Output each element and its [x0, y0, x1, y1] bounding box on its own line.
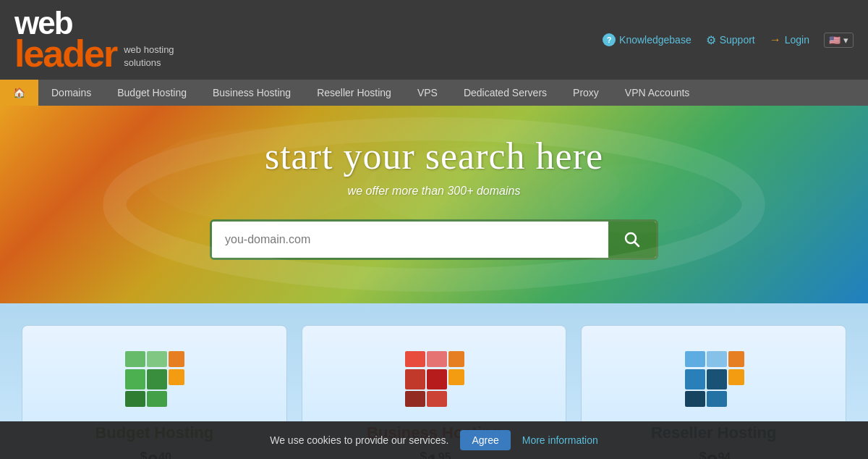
- svg-rect-16: [427, 351, 447, 367]
- business-hosting-icon: [401, 348, 467, 413]
- svg-rect-8: [147, 351, 167, 367]
- login-label: Login: [785, 34, 809, 46]
- svg-rect-23: [685, 351, 705, 367]
- svg-rect-10: [125, 391, 145, 407]
- logo-leader: leader: [14, 35, 116, 72]
- svg-rect-13: [169, 369, 184, 385]
- home-icon: 🏠: [13, 87, 25, 98]
- knowledgebase-icon: ?: [603, 33, 616, 46]
- support-label: Support: [720, 34, 755, 46]
- svg-rect-28: [728, 351, 744, 367]
- login-icon: →: [770, 33, 781, 46]
- svg-rect-20: [448, 351, 464, 367]
- logo-subtitle-line1: web hosting: [124, 43, 174, 56]
- main-nav: 🏠 Domains Budget Hosting Business Hostin…: [0, 80, 868, 106]
- logo-subtitle: web hosting solutions: [124, 43, 174, 70]
- support-icon: ⚙: [706, 33, 716, 47]
- svg-point-3: [550, 164, 725, 233]
- nav-item-home[interactable]: 🏠: [0, 80, 38, 106]
- svg-rect-17: [427, 369, 447, 389]
- nav-label-reseller: Reseller Hosting: [317, 87, 391, 98]
- svg-rect-29: [728, 369, 744, 385]
- nav-label-proxy: Proxy: [573, 87, 599, 98]
- svg-rect-12: [169, 351, 184, 367]
- login-link[interactable]: → Login: [770, 33, 809, 46]
- nav-label-vpn: VPN Accounts: [625, 87, 690, 98]
- svg-point-1: [144, 129, 376, 222]
- nav-item-business-hosting[interactable]: Business Hosting: [200, 80, 304, 106]
- logo-area: web leader web hosting solutions: [14, 7, 174, 72]
- nav-item-vpn[interactable]: VPN Accounts: [612, 80, 703, 106]
- nav-item-budget-hosting[interactable]: Budget Hosting: [104, 80, 200, 106]
- nav-label-business: Business Hosting: [213, 87, 291, 98]
- svg-rect-18: [405, 391, 425, 407]
- knowledgebase-label: Knowledgebase: [619, 34, 692, 46]
- cookie-message: We use cookies to provide our services.: [270, 434, 448, 446]
- svg-rect-24: [707, 351, 727, 367]
- language-selector[interactable]: 🇺🇸 ▾: [824, 33, 854, 48]
- logo-subtitle-line2: solutions: [124, 56, 174, 70]
- knowledgebase-link[interactable]: ? Knowledgebase: [603, 33, 692, 46]
- svg-rect-19: [427, 391, 447, 407]
- reseller-hosting-icon: [681, 348, 746, 413]
- hero-section: start your search here we offer more tha…: [0, 106, 868, 303]
- svg-rect-11: [147, 391, 167, 407]
- svg-rect-9: [147, 369, 167, 389]
- svg-rect-6: [125, 369, 145, 389]
- svg-rect-27: [707, 391, 727, 407]
- flag-icon: 🇺🇸: [829, 35, 841, 46]
- nav-item-reseller-hosting[interactable]: Reseller Hosting: [304, 80, 404, 106]
- nav-item-domains[interactable]: Domains: [38, 80, 104, 106]
- nav-label-dedicated: Dedicated Servers: [464, 87, 547, 98]
- nav-item-proxy[interactable]: Proxy: [560, 80, 612, 106]
- nav-label-domains: Domains: [51, 87, 91, 98]
- svg-rect-7: [125, 351, 145, 367]
- header-right: ? Knowledgebase ⚙ Support → Login 🇺🇸 ▾: [603, 33, 854, 48]
- cookie-bar: We use cookies to provide our services. …: [0, 421, 868, 459]
- nav-item-dedicated[interactable]: Dedicated Servers: [451, 80, 560, 106]
- svg-rect-22: [685, 369, 705, 389]
- nav-label-budget: Budget Hosting: [117, 87, 187, 98]
- svg-rect-21: [448, 369, 464, 385]
- budget-hosting-icon: [122, 348, 187, 413]
- svg-rect-26: [685, 391, 705, 407]
- header: web leader web hosting solutions ? Knowl…: [0, 0, 868, 80]
- svg-rect-15: [405, 351, 425, 367]
- cookie-agree-button[interactable]: Agree: [460, 430, 510, 450]
- dropdown-arrow: ▾: [843, 35, 848, 46]
- cookie-more-link[interactable]: More information: [522, 434, 598, 446]
- nav-label-vps: VPS: [417, 87, 438, 98]
- world-map-svg: [0, 106, 868, 303]
- svg-rect-14: [405, 369, 425, 389]
- svg-rect-25: [707, 369, 727, 389]
- support-link[interactable]: ⚙ Support: [706, 33, 755, 47]
- nav-item-vps[interactable]: VPS: [404, 80, 451, 106]
